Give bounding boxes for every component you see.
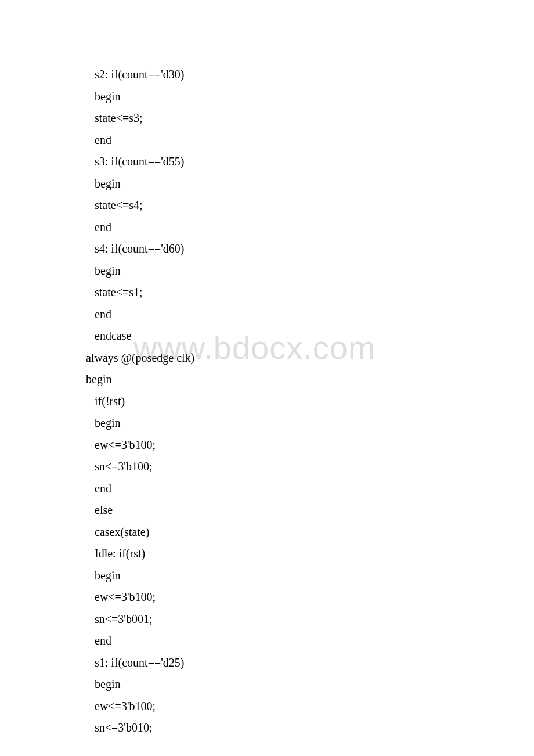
code-line: begin	[80, 260, 534, 282]
code-line: sn<=3'b100;	[80, 456, 534, 478]
code-line: else	[80, 499, 534, 521]
code-line: state<=s3;	[80, 107, 534, 129]
code-line: s2: if(count=='d30)	[80, 64, 534, 86]
code-content: s2: if(count=='d30) begin state<=s3; end…	[80, 64, 534, 739]
code-line: begin	[80, 369, 534, 391]
code-line: ew<=3'b100;	[80, 434, 534, 456]
code-line: end	[80, 630, 534, 652]
code-line: if(!rst)	[80, 391, 534, 413]
code-line: begin	[80, 173, 534, 195]
code-line: end	[80, 304, 534, 326]
code-line: always @(posedge clk)	[80, 347, 534, 369]
code-line: end	[80, 217, 534, 239]
code-line: casex(state)	[80, 521, 534, 543]
code-line: s1: if(count=='d25)	[80, 652, 534, 674]
code-line: begin	[80, 86, 534, 108]
code-line: begin	[80, 412, 534, 434]
code-line: end	[80, 478, 534, 500]
code-line: state<=s1;	[80, 282, 534, 304]
code-line: Idle: if(rst)	[80, 543, 534, 565]
code-line: state<=s4;	[80, 195, 534, 217]
code-line: s3: if(count=='d55)	[80, 151, 534, 173]
code-line: begin	[80, 565, 534, 587]
code-line: endcase	[80, 325, 534, 347]
code-line: end	[80, 129, 534, 152]
code-line: sn<=3'b010;	[80, 717, 534, 739]
code-line: s4: if(count=='d60)	[80, 238, 534, 260]
code-line: begin	[80, 674, 534, 696]
code-line: sn<=3'b001;	[80, 609, 534, 631]
code-line: ew<=3'b100;	[80, 696, 534, 718]
code-line: ew<=3'b100;	[80, 586, 534, 609]
